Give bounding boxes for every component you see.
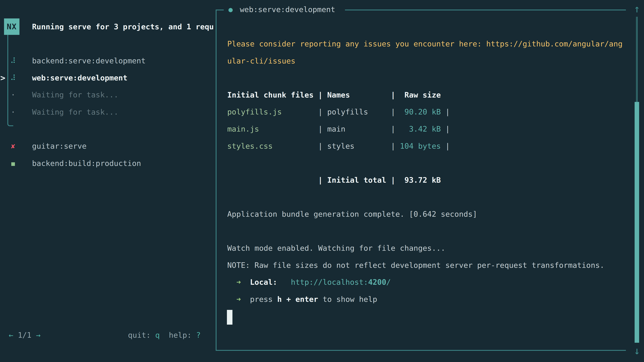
next-page-arrow-icon[interactable]: →	[36, 331, 40, 340]
nx-logo-text: NX	[7, 22, 16, 31]
prev-page-arrow-icon[interactable]: ←	[9, 331, 13, 340]
terminal-line	[227, 189, 622, 206]
running-status-dot-icon: ●	[227, 2, 234, 17]
nx-logo: NX	[4, 18, 20, 35]
scrollbar-thumb[interactable]	[634, 102, 639, 343]
terminal-line: styles.css | styles | 104 bytes |	[227, 138, 622, 155]
terminal-text-segment: ular-cli/issues	[227, 56, 295, 65]
terminal-text-segment: 3.42 kB	[395, 124, 445, 133]
terminal-text-segment	[277, 278, 291, 287]
sidebar-item-waiting-1[interactable]: · Waiting for task...	[0, 86, 216, 103]
terminal-text-segment: | main |	[318, 124, 396, 133]
terminal-text-segment: | styles |	[318, 142, 396, 150]
failed-cross-icon: ✘	[9, 138, 17, 155]
terminal-line: main.js | main | 3.42 kB |	[227, 120, 622, 138]
terminal-output: Please consider reporting any issues you…	[227, 35, 622, 308]
sidebar-item-backend-serve[interactable]: ⠼ backend:serve:development	[0, 52, 216, 69]
panel-title: web:serve:development	[240, 2, 335, 17]
panel-border-left	[216, 9, 216, 351]
pending-dot-icon: ·	[9, 86, 17, 103]
sidebar-item-guitar-serve[interactable]: ✘ guitar:serve	[0, 138, 216, 155]
pending-dot-icon: ·	[9, 104, 17, 121]
terminal-text-segment: ➜	[236, 295, 241, 304]
terminal-line	[227, 155, 622, 172]
keyboard-shortcuts: quit: q help: ?	[128, 327, 201, 343]
scrollbar-track[interactable]	[636, 17, 638, 102]
terminal-text-segment: press	[250, 295, 277, 304]
pagination: ← 1/1 →	[9, 327, 40, 343]
success-square-icon: ▪	[9, 155, 17, 172]
terminal-line: ➜ press h + enter to show help	[227, 291, 622, 308]
scroll-down-arrow-icon[interactable]: ↓	[631, 343, 643, 358]
terminal-text-segment: |	[445, 107, 450, 116]
terminal-line	[227, 223, 622, 240]
terminal-line: Application bundle generation complete. …	[227, 206, 622, 223]
terminal-text-segment: | Initial total | 93.72 kB	[227, 176, 441, 185]
terminal-line: polyfills.js | polyfills | 90.20 kB |	[227, 103, 622, 120]
terminal-text-segment: Please consider reporting any issues you…	[227, 39, 622, 48]
task-label: Waiting for task...	[32, 104, 118, 121]
sidebar-item-waiting-2[interactable]: · Waiting for task...	[0, 104, 216, 121]
panel-border-top-stub	[216, 9, 224, 10]
terminal-line	[227, 69, 622, 86]
terminal-text-segment: polyfills.js	[227, 107, 318, 116]
terminal-cursor	[227, 310, 232, 325]
terminal-text-segment: Local:	[250, 278, 277, 287]
help-key: ?	[196, 331, 200, 340]
terminal-text-segment: |	[445, 124, 450, 133]
help-label: help:	[169, 331, 192, 340]
terminal-text-segment	[227, 278, 236, 287]
terminal-line: NOTE: Raw file sizes do not reflect deve…	[227, 257, 622, 274]
terminal-text-segment: to show help	[318, 295, 377, 304]
terminal-text-segment	[241, 278, 250, 287]
terminal-text-segment: NOTE: Raw file sizes do not reflect deve…	[227, 261, 604, 270]
terminal-line: ➜ Local: http://localhost:4200/	[227, 274, 622, 291]
sidebar-item-backend-build[interactable]: ▪ backend:build:production	[0, 155, 216, 172]
terminal-text-segment: 104 bytes	[395, 142, 445, 150]
terminal-text-segment: ➜	[236, 278, 241, 287]
task-label: Waiting for task...	[32, 86, 118, 103]
quit-key: q	[155, 331, 160, 340]
spinner-icon: ⠼	[9, 69, 17, 86]
terminal-text-segment: |	[445, 142, 450, 150]
terminal-text-segment: styles.css	[227, 142, 318, 150]
terminal-line: ular-cli/issues	[227, 52, 622, 69]
terminal-text-segment: Application bundle generation complete. …	[227, 210, 477, 219]
terminal-text-segment	[227, 295, 236, 304]
task-sidebar: NX Running serve for 3 projects, and 1 r…	[0, 0, 216, 362]
local-url-link[interactable]: http://localhost:	[291, 278, 368, 287]
terminal-text-segment: | polyfills |	[318, 107, 396, 116]
terminal-line: Please consider reporting any issues you…	[227, 35, 622, 52]
terminal-text-segment: main.js	[227, 124, 318, 133]
terminal-text-segment: h + enter	[277, 295, 318, 304]
task-label: backend:build:production	[32, 155, 141, 172]
panel-border-bottom	[216, 350, 626, 351]
terminal-line: Initial chunk files | Names | Raw size	[227, 86, 622, 104]
page-indicator: 1/1	[18, 331, 31, 340]
page-title: Running serve for 3 projects, and 1 requ	[32, 19, 214, 35]
task-label: web:serve:development	[32, 69, 128, 86]
terminal-line: | Initial total | 93.72 kB	[227, 172, 622, 189]
sidebar-item-web-serve[interactable]: ⠼ web:serve:development	[0, 69, 216, 86]
nx-terminal-ui: NX Running serve for 3 projects, and 1 r…	[0, 0, 644, 362]
terminal-text-segment: Initial chunk files | Names | Raw size	[227, 90, 441, 99]
scroll-up-arrow-icon[interactable]: ↑	[631, 1, 643, 16]
terminal-text-segment: 90.20 kB	[395, 107, 445, 116]
task-label: guitar:serve	[32, 138, 86, 155]
local-url-port[interactable]: 4200	[368, 278, 386, 287]
terminal-text-segment: Watch mode enabled. Watching for file ch…	[227, 244, 445, 253]
spinner-icon: ⠼	[9, 52, 17, 69]
quit-label: quit:	[128, 331, 150, 340]
terminal-text-segment	[241, 295, 250, 304]
terminal-line: Watch mode enabled. Watching for file ch…	[227, 240, 622, 257]
selected-task-chevron-icon: >	[0, 69, 5, 86]
local-url-link[interactable]: /	[386, 278, 391, 287]
task-label: backend:serve:development	[32, 52, 146, 69]
panel-border-top	[345, 9, 626, 10]
